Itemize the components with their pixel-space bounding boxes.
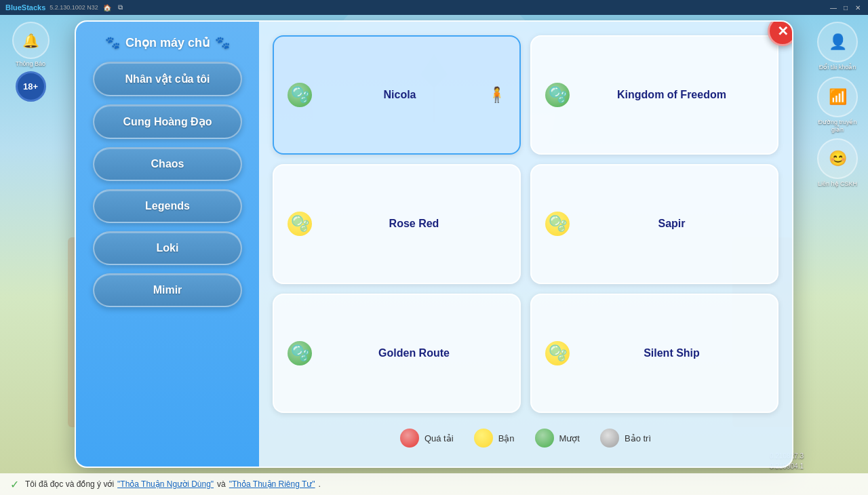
server-nicola[interactable]: 🫧 Nicola 🧍 bbox=[273, 35, 521, 155]
sapir-status-icon: 🫧 bbox=[545, 212, 570, 236]
account-button[interactable]: 👤 Đổi tài khoản bbox=[812, 22, 863, 71]
home-icon[interactable]: 🏠 bbox=[102, 3, 112, 12]
dialog-title: Chọn máy chủ bbox=[125, 35, 210, 50]
notification-icon: 🔔 bbox=[12, 22, 50, 59]
nicola-name: Nicola bbox=[322, 89, 477, 101]
server-select-dialog: ✕ 🐾 Chọn máy chủ 🐾 Nhân vật của tôi Cung… bbox=[75, 20, 793, 468]
app-version: 5.2.130.1002 N32 bbox=[50, 4, 98, 11]
kingdom-name: Kingdom of Freedom bbox=[580, 89, 764, 101]
silent-ship-status-icon: 🫧 bbox=[545, 341, 570, 365]
legend-yellow-blob bbox=[474, 429, 493, 448]
app-name: BlueStacks bbox=[5, 3, 45, 12]
notification-button[interactable]: 🔔 Thông Báo bbox=[5, 22, 56, 68]
clone-icon[interactable]: ⧉ bbox=[116, 3, 125, 12]
left-panel: 🐾 Chọn máy chủ 🐾 Nhân vật của tôi Cung H… bbox=[76, 22, 259, 467]
menu-chaos[interactable]: Chaos bbox=[93, 147, 242, 181]
legend-green-blob bbox=[535, 429, 554, 448]
server-kingdom[interactable]: 🫧 Kingdom of Freedom bbox=[530, 35, 778, 155]
notification-label: Thông Báo bbox=[16, 60, 45, 68]
nicola-player-icon: 🧍 bbox=[488, 86, 506, 104]
legend-ban: Bận bbox=[474, 429, 515, 448]
server-golden-route[interactable]: 🫧 Golden Route bbox=[273, 294, 521, 413]
maximize-button[interactable]: □ bbox=[841, 3, 850, 12]
server-legend: Quá tải Bận Mượt Bảo trì bbox=[273, 423, 778, 453]
rose-red-status-icon: 🫧 bbox=[288, 212, 312, 236]
legend-muot: Mượt bbox=[535, 429, 580, 448]
legend-red-blob bbox=[400, 429, 419, 448]
legend-ban-label: Bận bbox=[498, 433, 515, 443]
support-icon: 😊 bbox=[817, 138, 858, 179]
close-icon: ✕ bbox=[777, 23, 789, 39]
server-silent-ship[interactable]: 🫧 Silent Ship bbox=[530, 294, 778, 413]
golden-route-name: Golden Route bbox=[322, 347, 506, 359]
bottom-bar: ✓ Tôi đã đọc và đồng ý với "Thỏa Thuận N… bbox=[0, 473, 868, 495]
server-rose-red[interactable]: 🫧 Rose Red bbox=[273, 164, 521, 283]
titlebar: BlueStacks 5.2.130.1002 N32 🏠 ⧉ — □ ✕ bbox=[0, 0, 868, 15]
golden-route-status-icon: 🫧 bbox=[288, 341, 312, 365]
server-sapir[interactable]: 🫧 Sapir bbox=[530, 164, 778, 283]
menu-legends[interactable]: Legends bbox=[93, 189, 242, 223]
title-icon-left: 🐾 bbox=[105, 35, 120, 50]
age-badge: 18+ bbox=[16, 71, 46, 102]
silent-ship-name: Silent Ship bbox=[580, 347, 764, 359]
bottom-text-after: . bbox=[319, 479, 321, 489]
window-controls: — □ ✕ bbox=[829, 3, 863, 12]
right-panel: 🫧 Nicola 🧍 🫧 Kingdom of Freedom 🫧 Rose R… bbox=[259, 22, 792, 467]
left-sidebar: 🔔 Thông Báo 18+ bbox=[0, 15, 61, 495]
menu-loki[interactable]: Loki bbox=[93, 231, 242, 265]
nicola-status-icon: 🫧 bbox=[288, 83, 312, 107]
rose-red-name: Rose Red bbox=[322, 218, 506, 230]
sapir-name: Sapir bbox=[580, 218, 764, 230]
check-icon: ✓ bbox=[10, 478, 19, 491]
link-thoa-thuan-rieng-tu[interactable]: "Thỏa Thuận Riêng Tư" bbox=[229, 479, 315, 489]
kingdom-status-icon: 🫧 bbox=[545, 83, 570, 107]
support-button[interactable]: 😊 Liên hệ CSKH bbox=[812, 138, 863, 188]
minimize-button[interactable]: — bbox=[829, 3, 838, 12]
support-label: Liên hệ CSKH bbox=[818, 180, 857, 188]
dialog-body: 🐾 Chọn máy chủ 🐾 Nhân vật của tôi Cung H… bbox=[76, 22, 792, 467]
panel-title: 🐾 Chọn máy chủ 🐾 bbox=[105, 32, 230, 54]
legend-qua-tai-label: Quá tải bbox=[425, 433, 454, 443]
account-icon: 👤 bbox=[817, 22, 858, 62]
legend-gray-blob bbox=[600, 429, 619, 448]
menu-mimir[interactable]: Mimir bbox=[93, 273, 242, 307]
legend-bao-tri-label: Bảo trì bbox=[625, 433, 651, 443]
account-label: Đổi tài khoản bbox=[819, 64, 856, 71]
link-thoa-thuan-nguoi-dung[interactable]: "Thỏa Thuận Người Dùng" bbox=[117, 479, 214, 489]
right-sidebar: 👤 Đổi tài khoản 📶 Đường truyền giản 😊 Li… bbox=[807, 15, 868, 495]
close-window-button[interactable]: ✕ bbox=[853, 3, 863, 12]
server-grid: 🫧 Nicola 🧍 🫧 Kingdom of Freedom 🫧 Rose R… bbox=[273, 35, 778, 413]
stream-button[interactable]: 📶 Đường truyền giản bbox=[812, 77, 863, 134]
bottom-text-middle: và bbox=[217, 479, 226, 489]
dialog-overlay: ✕ 🐾 Chọn máy chủ 🐾 Nhân vật của tôi Cung… bbox=[61, 15, 807, 473]
menu-cung-hoang[interactable]: Cung Hoàng Đạo bbox=[93, 104, 242, 139]
legend-muot-label: Mượt bbox=[559, 433, 580, 443]
legend-qua-tai: Quá tải bbox=[400, 429, 454, 448]
stream-icon: 📶 bbox=[817, 77, 858, 117]
legend-bao-tri: Bảo trì bbox=[600, 429, 651, 448]
bottom-text-before: Tôi đã đọc và đồng ý với bbox=[25, 479, 114, 489]
stream-label: Đường truyền giản bbox=[812, 119, 863, 134]
title-icon-right: 🐾 bbox=[215, 35, 230, 50]
menu-nhan-vat[interactable]: Nhân vật của tôi bbox=[93, 62, 242, 96]
